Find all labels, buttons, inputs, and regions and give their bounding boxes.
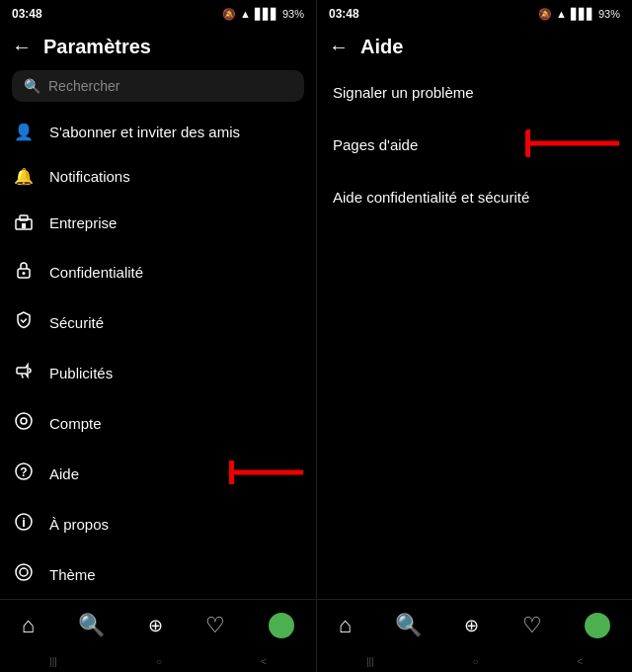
entreprise-icon: [12, 211, 36, 234]
subscribe-icon: 👤: [12, 123, 36, 141]
menu-item-aide-confidentialite[interactable]: Aide confidentialité et sécurité: [317, 171, 632, 223]
menu-item-notifications[interactable]: 🔔 Notifications: [0, 154, 316, 199]
shield-icon: [12, 310, 36, 335]
menu-item-signaler[interactable]: Signaler un problème: [317, 66, 632, 119]
compte-label: Compte: [49, 415, 102, 432]
gesture-back: <: [261, 656, 267, 667]
right-screen: 03:48 🔕 ▲ ▋▋▋ 93% ← Aide Signaler un pro…: [316, 0, 632, 672]
battery-right: 93%: [598, 8, 620, 20]
red-arrow-pages-aide: [525, 129, 624, 157]
gesture-back-right: <: [577, 656, 583, 667]
svg-point-6: [21, 418, 27, 424]
settings-menu-list: 👤 S'abonner et inviter des amis 🔔 Notifi…: [0, 110, 316, 599]
apropos-icon: i: [12, 512, 36, 537]
svg-point-4: [23, 272, 26, 275]
apropos-label: À propos: [49, 516, 109, 533]
menu-item-pages-aide[interactable]: Pages d'aide: [317, 119, 632, 171]
nav-heart-right[interactable]: ♡: [522, 613, 542, 638]
status-time-left: 03:48: [12, 7, 42, 21]
nav-search-left[interactable]: 🔍: [78, 613, 105, 638]
right-header: ← Aide: [317, 28, 632, 66]
menu-item-subscribe[interactable]: 👤 S'abonner et inviter des amis: [0, 110, 316, 154]
publicites-icon: [12, 361, 36, 385]
search-icon: 🔍: [24, 78, 40, 94]
menu-item-compte[interactable]: Compte: [0, 398, 316, 449]
publicites-label: Publicités: [49, 365, 113, 381]
nav-home-right[interactable]: ⌂: [339, 613, 352, 638]
status-bar-left: 03:48 🔕 ▲ ▋▋▋ 93%: [0, 0, 316, 28]
wifi-icon-right: ▲: [556, 8, 567, 20]
theme-icon: [12, 562, 36, 587]
compte-icon: [12, 411, 36, 436]
pages-aide-label: Pages d'aide: [333, 136, 418, 153]
notification-icon: 🔕: [222, 8, 236, 21]
battery-left: 93%: [282, 8, 304, 20]
notifications-icon: 🔔: [12, 167, 36, 186]
status-icons-right: 🔕 ▲ ▋▋▋ 93%: [538, 8, 620, 21]
entreprise-label: Entreprise: [49, 214, 117, 231]
gesture-menu: |||: [49, 656, 57, 667]
svg-text:i: i: [22, 515, 26, 530]
aide-menu-list: Signaler un problème Pages d'aide Aide c…: [317, 66, 632, 599]
status-bar-right: 03:48 🔕 ▲ ▋▋▋ 93%: [317, 0, 632, 28]
back-button-left[interactable]: ←: [12, 36, 32, 58]
signal-icon: ▋▋▋: [255, 8, 278, 21]
lock-icon: [12, 260, 36, 285]
nav-avatar-left[interactable]: [269, 613, 294, 638]
back-button-right[interactable]: ←: [329, 36, 349, 58]
notifications-label: Notifications: [49, 168, 130, 185]
svg-text:?: ?: [20, 465, 27, 479]
gesture-menu-right: |||: [366, 656, 374, 667]
right-screen-title: Aide: [360, 36, 403, 58]
gesture-home-right: ○: [472, 656, 478, 667]
status-time-right: 03:48: [329, 7, 359, 21]
menu-item-publicites[interactable]: Publicités: [0, 348, 316, 398]
nav-add-right[interactable]: ⊕: [464, 615, 479, 636]
svg-rect-2: [22, 223, 26, 228]
left-screen-title: Paramètres: [43, 36, 151, 58]
menu-item-confidentialite[interactable]: Confidentialité: [0, 247, 316, 297]
svg-rect-1: [20, 215, 28, 220]
menu-item-securite[interactable]: Sécurité: [0, 297, 316, 348]
menu-item-apropos[interactable]: i À propos: [0, 499, 316, 549]
left-header: ← Paramètres: [0, 28, 316, 66]
search-bar[interactable]: 🔍 Rechercher: [12, 70, 304, 102]
aide-icon: ?: [12, 462, 36, 486]
aide-label: Aide: [49, 465, 79, 482]
theme-label: Thème: [49, 566, 96, 583]
gesture-bar-left: ||| ○ <: [0, 650, 316, 672]
status-icons-left: 🔕 ▲ ▋▋▋ 93%: [222, 8, 304, 21]
menu-item-theme[interactable]: Thème: [0, 549, 316, 599]
left-screen: 03:48 🔕 ▲ ▋▋▋ 93% ← Paramètres 🔍 Recherc…: [0, 0, 316, 672]
nav-heart-left[interactable]: ♡: [205, 613, 225, 638]
svg-point-5: [16, 413, 32, 429]
wifi-icon: ▲: [240, 8, 251, 20]
svg-point-13: [16, 564, 32, 580]
bottom-nav-left: ⌂ 🔍 ⊕ ♡: [0, 599, 316, 650]
nav-add-left[interactable]: ⊕: [148, 615, 163, 636]
menu-item-entreprise[interactable]: Entreprise: [0, 199, 316, 247]
gesture-home: ○: [156, 656, 162, 667]
nav-search-right[interactable]: 🔍: [395, 613, 422, 638]
notification-icon-right: 🔕: [538, 8, 552, 21]
red-arrow-aide: [229, 461, 308, 484]
bottom-nav-right: ⌂ 🔍 ⊕ ♡: [317, 599, 632, 650]
nav-home-left[interactable]: ⌂: [22, 613, 35, 638]
search-placeholder: Rechercher: [48, 78, 119, 94]
gesture-bar-right: ||| ○ <: [317, 650, 632, 672]
signaler-label: Signaler un problème: [333, 84, 474, 101]
subscribe-label: S'abonner et inviter des amis: [49, 124, 240, 140]
menu-item-aide[interactable]: ? Aide: [0, 449, 316, 499]
aide-confidentialite-label: Aide confidentialité et sécurité: [333, 189, 529, 206]
securite-label: Sécurité: [49, 314, 104, 331]
nav-avatar-right[interactable]: [585, 613, 610, 638]
svg-point-14: [20, 568, 28, 576]
signal-icon-right: ▋▋▋: [571, 8, 594, 21]
confidentialite-label: Confidentialité: [49, 264, 143, 281]
